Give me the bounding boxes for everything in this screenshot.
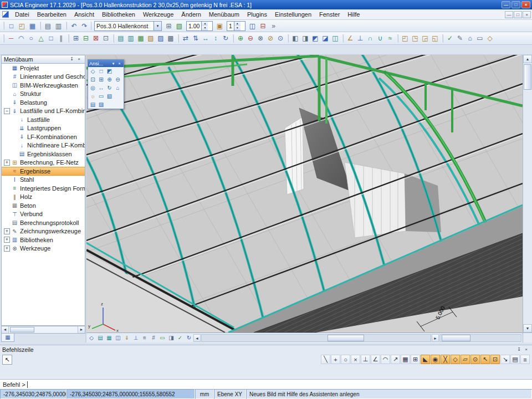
filter-icon[interactable]: ⊟	[258, 21, 268, 31]
menu-item-hilfe[interactable]: Hilfe	[344, 11, 364, 18]
tree-item-integriertes-design-form[interactable]: ≡Integriertes Design Form	[2, 184, 85, 193]
menu-item-plugins[interactable]: Plugins	[243, 11, 271, 18]
snap-erase-icon[interactable]: ×	[351, 355, 360, 364]
overflow-more-icon[interactable]: »	[268, 21, 279, 31]
rotate-view-icon[interactable]: ↻	[105, 84, 114, 92]
view-axonometric-icon[interactable]: ◇	[89, 67, 97, 75]
section-1-icon[interactable]: ◧	[290, 33, 300, 44]
snap-circle-icon[interactable]: ○	[341, 355, 350, 364]
edit-icon[interactable]: ✎	[455, 33, 465, 44]
tree-item-nichtlineare-lf-komb[interactable]: ↓Nichtlineare LF-Komb	[2, 141, 85, 150]
divide-icon[interactable]: ⊘	[265, 33, 275, 44]
redo-icon[interactable]: ↷	[79, 21, 90, 31]
section-view-icon[interactable]: ◨	[167, 334, 176, 342]
pan-icon[interactable]: ↔	[97, 84, 105, 92]
snap-cursor-icon[interactable]: ↖	[480, 355, 490, 364]
viewport-canvas[interactable]: 5.000 z x y	[86, 55, 523, 332]
union-tool-icon[interactable]: ∪	[375, 33, 385, 44]
refresh-icon[interactable]: ↻	[185, 334, 193, 342]
plate-icon[interactable]: □	[46, 33, 56, 44]
snap-node-icon[interactable]: ◉	[431, 355, 440, 364]
rotate-tool-icon[interactable]: ↻	[221, 33, 231, 44]
horizontal-scroll-track[interactable]	[201, 334, 431, 342]
open-project-icon[interactable]: ◰	[17, 21, 27, 31]
mirror-icon[interactable]: ↔	[201, 33, 211, 44]
scroll-up-icon[interactable]: ▲	[523, 55, 532, 63]
view-labels-icon[interactable]: ▩	[166, 33, 176, 44]
menu-item-bibliotheken[interactable]: Bibliotheken	[98, 11, 139, 18]
snap-table-icon[interactable]: ▤	[510, 355, 520, 364]
toolbar-drag-handle[interactable]	[442, 34, 443, 43]
zoom-in-icon[interactable]: ⊕	[105, 75, 114, 84]
toolbar-drag-handle[interactable]	[68, 34, 69, 43]
menu-item-einstellungen[interactable]: Einstellungen	[271, 11, 315, 18]
tree-item-bibliotheken[interactable]: +▥Bibliotheken	[2, 236, 85, 244]
truss-icon[interactable]: △	[36, 33, 46, 44]
activity-spinner[interactable]: 1 ▲▼	[227, 21, 245, 31]
mesh-icon[interactable]: ⊟	[81, 33, 91, 44]
toolbar-drag-handle[interactable]	[232, 34, 234, 43]
tree-item-linienraster-und-geschos[interactable]: #Linienraster und Geschos	[2, 73, 85, 81]
curved-beam-icon[interactable]: ◠	[16, 33, 26, 44]
labels-display-icon[interactable]: ≡	[140, 334, 149, 342]
toolbar-drag-handle[interactable]	[342, 34, 344, 43]
toolbar-drag-handle[interactable]	[177, 34, 179, 43]
corner-sw-icon[interactable]: ◱	[430, 33, 440, 44]
view-settings-icon[interactable]: ▧	[105, 92, 114, 100]
menu-item-ansicht[interactable]: Ansicht	[70, 11, 98, 18]
section-5-icon[interactable]: ◫	[330, 33, 340, 44]
menu-item-werkzeuge[interactable]: Werkzeuge	[139, 11, 177, 18]
tree-item-lastfalle[interactable]: ↓Lastfälle	[2, 115, 85, 124]
corner-nw-icon[interactable]: ◰	[400, 33, 410, 44]
toolbar-drag-handle[interactable]	[3, 22, 4, 30]
scroll-right-icon[interactable]: ►	[432, 334, 439, 342]
solver-icon[interactable]: ⊡	[101, 33, 111, 44]
render-surface-icon[interactable]: ▦	[105, 334, 114, 342]
child-minimize-button[interactable]: —	[505, 11, 513, 18]
menu-item-menubaum[interactable]: Menübaum	[205, 11, 243, 18]
project-combo[interactable]: Pos.3.0 Hallenkonst ▾	[94, 21, 162, 31]
layers-icon[interactable]: ▧	[174, 21, 185, 31]
toolbar-drag-handle[interactable]	[3, 34, 4, 43]
plus-expander-icon[interactable]: +	[4, 160, 10, 166]
stretch-icon[interactable]: ↕	[211, 33, 221, 44]
snap-free-icon[interactable]: ╲	[321, 355, 330, 364]
snap-center-icon[interactable]: ⊙	[470, 355, 480, 364]
zoom-window-icon[interactable]: ⊞	[97, 75, 105, 84]
scroll-down-icon[interactable]: ▼	[523, 324, 532, 332]
node-table-icon[interactable]: ⊞	[71, 33, 81, 44]
spline-icon[interactable]: ≈	[385, 33, 395, 44]
tree-horizontal-scrollbar[interactable]: ◄ ►	[1, 326, 85, 334]
label-icon[interactable]: ▭	[475, 33, 485, 44]
scroll-left-icon[interactable]: ◄	[2, 326, 9, 333]
status-plane[interactable]: Ebene XY	[214, 389, 246, 399]
section-4-icon[interactable]: ◪	[320, 33, 330, 44]
snap-endpoint-icon[interactable]: ◣	[421, 355, 430, 364]
view-solid-icon[interactable]: ▤	[116, 33, 126, 44]
panel-close-icon[interactable]: ×	[75, 56, 83, 63]
supports-display-icon[interactable]: ⊥	[131, 334, 140, 342]
angle-tool-icon[interactable]: ∠	[345, 33, 355, 44]
check-structure-icon[interactable]: ✓	[445, 33, 455, 44]
clip-icon[interactable]: ▭	[158, 334, 167, 342]
toolbar-drag-handle[interactable]	[112, 34, 114, 43]
palette-title-bar[interactable]: Ansi... ▾ ×	[88, 60, 124, 67]
wireframe-icon[interactable]: ▤	[89, 100, 97, 109]
tree-item-berechnung-fe-netz[interactable]: +⊞Berechnung, FE-Netz	[2, 158, 85, 167]
scroll-right-icon[interactable]: ►	[78, 326, 85, 333]
section-2-icon[interactable]: ◨	[300, 33, 310, 44]
toolbar-drag-handle[interactable]	[287, 34, 289, 43]
snap-perpendicular-icon[interactable]: ⊥	[361, 355, 370, 364]
menu-item-bearbeiten[interactable]: Bearbeiten	[33, 11, 70, 18]
snap-plane-icon[interactable]: ▱	[461, 355, 470, 364]
tree-item-belastung[interactable]: ⇓Belastung	[2, 98, 85, 107]
snap-ortho-icon[interactable]: ↘	[500, 355, 510, 364]
document-icon[interactable]	[2, 11, 9, 18]
print-icon[interactable]: ▤	[43, 21, 53, 31]
add-node-icon[interactable]: ⊕	[236, 33, 245, 44]
plus-expander-icon[interactable]: +	[4, 228, 10, 234]
scale-spinner[interactable]: 1.00 ▲▼	[186, 21, 213, 31]
shaded-view-icon[interactable]: ▨	[97, 100, 105, 109]
tree-item-verbund[interactable]: ⊤Verbund	[2, 210, 85, 219]
toolbar-drag-handle[interactable]	[39, 22, 41, 30]
